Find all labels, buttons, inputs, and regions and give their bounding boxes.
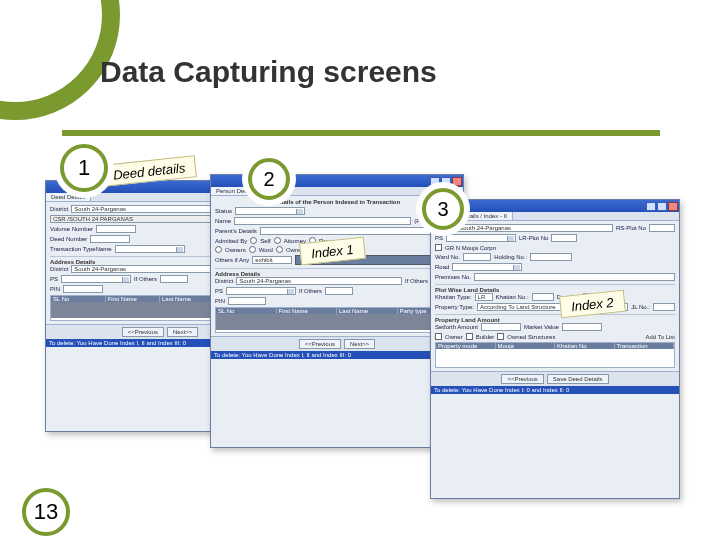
label-transaction: Transaction TypeName — [50, 246, 112, 252]
label-parent: Parent's Details — [215, 228, 257, 234]
ps-select[interactable] — [61, 275, 131, 283]
next-button[interactable]: Next>> — [344, 339, 375, 349]
holding-field[interactable] — [530, 253, 572, 261]
party-grid[interactable]: SL No First Name Last Name Party type — [215, 307, 459, 333]
label-volume: Volume Number — [50, 226, 93, 232]
radio-attorney[interactable] — [274, 237, 281, 244]
tabstrip: Person Details / Index - I — [211, 187, 463, 196]
label-khatian-no: Khatian No.: — [496, 294, 529, 300]
marker-1: 1 — [60, 144, 108, 192]
chk-builder[interactable] — [466, 333, 473, 340]
market-field[interactable] — [562, 323, 602, 331]
col-first: First Name — [106, 296, 161, 302]
prev-button[interactable]: <<Previous — [501, 374, 543, 384]
ps-select[interactable] — [226, 287, 296, 295]
lr-field[interactable] — [551, 234, 577, 242]
radio-self-label: Self — [260, 238, 270, 244]
volume-field[interactable] — [96, 225, 136, 233]
chk-owner-label: Owner — [445, 334, 463, 340]
property-grid[interactable]: Property mode Mouja Khatian No Transacti… — [435, 342, 675, 368]
col-slno: SL No — [51, 296, 106, 302]
close-button[interactable] — [668, 202, 678, 211]
save-deed-button[interactable]: Save Deed Details — [547, 374, 609, 384]
label-if-others: If Others — [299, 288, 322, 294]
col-mode: Property mode — [436, 343, 496, 349]
khatian-type-field[interactable]: LR — [475, 293, 493, 301]
label-holding: Holding No.: — [494, 254, 527, 260]
radio-self[interactable] — [250, 237, 257, 244]
deed-no-field[interactable] — [90, 235, 130, 243]
setforth-field[interactable] — [481, 323, 521, 331]
addr-district-field[interactable]: South 24-Parganas — [71, 265, 213, 273]
ward-field[interactable] — [463, 253, 491, 261]
label-setforth: Setforth Amount — [435, 324, 478, 330]
tab-deed-details[interactable]: Deed Details — [46, 193, 91, 201]
maximize-button[interactable] — [441, 177, 451, 186]
radio-owners-label: Owners — [225, 247, 246, 253]
minimize-button[interactable] — [646, 202, 656, 211]
chk-struct[interactable] — [497, 333, 504, 340]
pin-field[interactable] — [228, 297, 266, 305]
radio-owners[interactable] — [215, 246, 222, 253]
transaction-select[interactable] — [115, 245, 185, 253]
marker-3: 3 — [422, 188, 464, 230]
label-property-type: Property Type: — [435, 304, 474, 310]
exhibit-field[interactable]: exhibit — [252, 256, 292, 264]
pin-field[interactable] — [63, 285, 103, 293]
addr-district-field[interactable]: South 24-Parganas — [236, 277, 402, 285]
khatian-no-field[interactable] — [532, 293, 554, 301]
ps-other-field[interactable] — [160, 275, 188, 283]
ps-other-field[interactable] — [325, 287, 353, 295]
slide-divider — [62, 130, 660, 136]
add-to-list-button[interactable]: Add To List — [645, 334, 675, 340]
radio-word-label: Word — [259, 247, 273, 253]
jl-field[interactable] — [653, 303, 675, 311]
chk-owner[interactable] — [435, 333, 442, 340]
label-pin: PIN — [50, 286, 60, 292]
col-khatian: Khatian No — [555, 343, 615, 349]
col-last: Last Name — [160, 296, 215, 302]
window-index-2: Property Details / Index - II District S… — [430, 199, 680, 499]
col-mouja: Mouja — [496, 343, 556, 349]
district-field[interactable]: South 24-Parganas — [456, 224, 613, 232]
close-button[interactable] — [452, 177, 462, 186]
label-if-others2: If Others — [134, 276, 157, 282]
label-jl: JL No.: — [631, 304, 650, 310]
minimize-button[interactable] — [430, 177, 440, 186]
label-market: Market Value — [524, 324, 559, 330]
prev-button[interactable]: <<Previous — [122, 327, 164, 337]
chk-builder-label: Builder — [476, 334, 495, 340]
label-rs: RS-Plot No — [616, 225, 646, 231]
premises-field[interactable] — [474, 273, 675, 281]
marker-2: 2 — [248, 158, 290, 200]
label-lr: LR-Plot No — [519, 235, 548, 241]
status-select[interactable] — [235, 207, 305, 215]
label-ward: Ward No. — [435, 254, 460, 260]
label-addr-district: District — [215, 278, 233, 284]
label-if-others: If Others — [405, 278, 428, 284]
label-deed-no: Deed Number — [50, 236, 87, 242]
label-status: Status — [215, 208, 232, 214]
next-button[interactable]: Next>> — [167, 327, 198, 337]
radio-owned[interactable] — [276, 246, 283, 253]
statusbar: To delete: You Have Done Index I: 0 and … — [431, 386, 679, 394]
statusbar: To delete: You Have Done Index I, II and… — [211, 351, 463, 359]
label-addr-ps: PS — [215, 288, 223, 294]
page-number-badge: 13 — [22, 488, 70, 536]
label-ps: PS — [50, 276, 58, 282]
ps-select[interactable] — [446, 234, 516, 242]
label-addr-district: District — [50, 266, 68, 272]
rs-field[interactable] — [649, 224, 675, 232]
radio-word[interactable] — [249, 246, 256, 253]
name-field[interactable] — [234, 217, 411, 225]
label-corpn: GR N Mouja Corpn — [445, 245, 496, 251]
col-slno: SL No — [216, 308, 277, 314]
maximize-button[interactable] — [657, 202, 667, 211]
col-trans: Transaction — [615, 343, 675, 349]
label-ps: PS — [435, 235, 443, 241]
label-admit: Admitted By — [215, 238, 247, 244]
road-select[interactable] — [452, 263, 522, 271]
prev-button[interactable]: <<Previous — [299, 339, 341, 349]
chk-struct-label: Owned Structures — [507, 334, 555, 340]
chk-corpn[interactable] — [435, 244, 442, 251]
